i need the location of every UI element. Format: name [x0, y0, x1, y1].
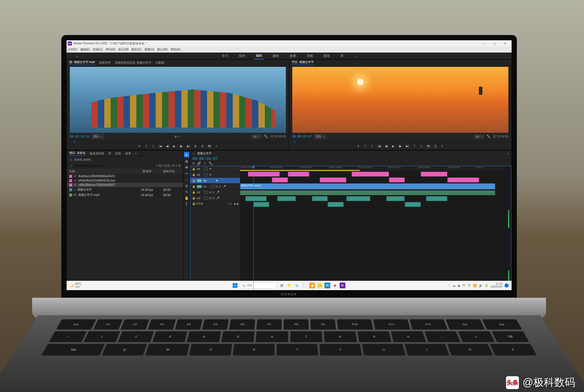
track-v1[interactable]: 视频文件字.mp4[V]	[240, 183, 506, 190]
minimize-button[interactable]: —	[479, 42, 489, 45]
audio-clip[interactable]: ♪	[386, 196, 405, 201]
workspace-learn[interactable]: 学习	[220, 53, 230, 59]
lock-icon[interactable]: 🔒	[192, 179, 195, 182]
clip[interactable]	[288, 172, 309, 177]
track-a3[interactable]: ♪ ♪ ♪	[240, 202, 506, 208]
source-fit-dropdown[interactable]: 适合	[91, 134, 104, 139]
hand-tool-icon[interactable]: ✋	[185, 196, 189, 200]
tab-metadata[interactable]: 元数据	[155, 61, 164, 65]
go-in-icon[interactable]: |◀	[158, 144, 162, 148]
add-marker-icon[interactable]: ✦	[137, 144, 141, 148]
button-editor-icon[interactable]: +	[440, 144, 444, 148]
pen-tool-icon[interactable]: ⊘	[185, 184, 188, 188]
button-editor-icon[interactable]: +	[214, 144, 218, 148]
toggle-output-icon[interactable]	[204, 173, 208, 176]
volume-icon[interactable]: 🔊	[479, 284, 482, 287]
wifi-icon[interactable]: 📶	[473, 284, 477, 287]
audio-clip[interactable]: ♪	[328, 202, 344, 207]
time-ruler[interactable]: 00:00:15:00 00:00:30:00 00:00:45:00 00:0…	[240, 166, 506, 171]
lock-icon[interactable]: 🔒	[192, 202, 195, 205]
step-forward-icon[interactable]: |▶	[398, 144, 402, 148]
app-icon[interactable]: ◆	[309, 283, 315, 288]
settings-icon[interactable]: 🔧	[486, 135, 491, 138]
add-marker-icon[interactable]: ✦	[356, 144, 360, 148]
close-button[interactable]: ✕	[500, 42, 510, 45]
workspace-color[interactable]: 颜色	[271, 53, 281, 59]
panel-overflow-icon[interactable]: »	[135, 152, 137, 155]
app-icon[interactable]: ◉	[332, 283, 338, 288]
store-icon[interactable]: ⛶	[302, 283, 307, 288]
notes-icon[interactable]: ▭	[317, 283, 323, 288]
track-a1[interactable]	[240, 190, 506, 196]
mark-out-icon[interactable]: }	[370, 144, 374, 148]
notifications-icon[interactable]	[505, 283, 509, 288]
source-zoom-dropdown[interactable]: 1/2	[251, 135, 262, 139]
tab-media-browser[interactable]: 媒体浏览器	[90, 151, 104, 156]
ime-lang[interactable]: 中	[463, 283, 465, 288]
workspace-audio[interactable]: 音频	[305, 53, 315, 59]
menu-edit[interactable]: 编辑(E)	[80, 48, 90, 52]
slip-tool-icon[interactable]: ↔	[185, 178, 188, 182]
master-track[interactable]	[240, 208, 506, 212]
program-fit-dropdown[interactable]: 适合	[314, 134, 326, 139]
selection-tool-icon[interactable]: ▸	[184, 152, 189, 157]
audio-clip[interactable]	[240, 190, 495, 195]
voice-record-icon[interactable]: 🎤	[216, 191, 219, 194]
audio-clip[interactable]: ♪	[253, 202, 270, 207]
program-timecode[interactable]: 00:00:20:07	[292, 135, 312, 138]
tab-audio-clip-mixer[interactable]: 音频剪辑混合器: 视频文件字	[115, 61, 152, 65]
start-button[interactable]	[233, 283, 237, 288]
project-item[interactable]: 🖹 9ce68a1d38b993b60a24d11	[67, 174, 183, 178]
audio-clip[interactable]: ♪	[277, 196, 296, 201]
tab-info[interactable]: 信息	[115, 151, 121, 156]
comparison-icon[interactable]: ◫	[433, 144, 437, 148]
project-item[interactable]: 🖹 b42bcffeb3154386367bc1ee	[67, 178, 183, 183]
type-tool-icon[interactable]: T	[185, 202, 187, 206]
voice-record-icon[interactable]: 🎤	[216, 197, 219, 200]
mute-icon[interactable]: M	[215, 185, 218, 188]
clip[interactable]	[447, 177, 479, 182]
program-scrubber[interactable]	[292, 141, 508, 143]
eye-icon[interactable]: 👁	[215, 179, 218, 182]
lift-icon[interactable]: ⤒	[412, 144, 416, 148]
step-back-icon[interactable]: ◀|	[165, 144, 169, 148]
mark-in-icon[interactable]: {	[363, 144, 367, 148]
audio-clip[interactable]: ♪	[245, 196, 267, 201]
mail-icon[interactable]: ✉	[324, 283, 330, 288]
clip[interactable]	[389, 177, 405, 182]
menu-view[interactable]: 视图(V)	[145, 48, 154, 52]
edge-icon[interactable]: ◎	[294, 283, 300, 288]
insert-icon[interactable]: ⊕	[193, 144, 197, 148]
audio-clip[interactable]: ♪	[346, 196, 370, 201]
project-item[interactable]: 🎞 视频文件字.mp4 24.00 fps 00:00	[67, 192, 183, 198]
project-item[interactable]: ⧈ 视频文件字 24.00 fps 00:00	[67, 187, 183, 192]
tab-effect-controls[interactable]: 效果控件	[99, 61, 111, 65]
panel-menu-icon[interactable]: ≡	[507, 152, 509, 155]
home-icon[interactable]: ⌂	[74, 53, 80, 59]
lock-icon[interactable]: 🔒	[192, 185, 195, 188]
project-search-input[interactable]	[69, 164, 104, 168]
source-video-display[interactable]	[70, 67, 286, 133]
project-item[interactable]: 🖹 c95b30bbcee75591b6d5557	[67, 183, 183, 187]
overwrite-icon[interactable]: ⊟	[200, 144, 204, 148]
source-scrubber[interactable]	[70, 141, 286, 143]
clip[interactable]	[421, 172, 447, 177]
maximize-button[interactable]: ▢	[489, 42, 500, 45]
tab-program[interactable]: 节目: 视频文件字	[292, 60, 314, 65]
step-forward-icon[interactable]: |▶	[179, 144, 183, 148]
go-in-icon[interactable]: |◀	[377, 144, 381, 148]
ime-mode[interactable]: 五	[468, 283, 471, 288]
task-view-icon[interactable]: ⊞	[279, 283, 285, 288]
column-media-start[interactable]: 媒体开始	[163, 169, 181, 173]
track-header-a2[interactable]: 🔒A2MS🎤	[190, 189, 240, 195]
taskbar-clock[interactable]: 21:45 2023/5/29	[491, 283, 502, 288]
pillarbox-icon[interactable]: ▮ ↠	[175, 135, 180, 138]
lock-icon[interactable]: 🔒	[192, 191, 195, 194]
linked-selection-icon[interactable]: 🔗	[197, 161, 201, 165]
workspace-editing[interactable]: 编辑	[254, 52, 264, 60]
extract-icon[interactable]: ⤓	[419, 144, 423, 148]
lock-icon[interactable]: 🔒	[192, 197, 195, 200]
tab-libraries[interactable]: 库	[108, 151, 111, 156]
mark-out-icon[interactable]: }	[151, 144, 155, 148]
ripple-edit-tool-icon[interactable]: ✥	[185, 165, 188, 170]
